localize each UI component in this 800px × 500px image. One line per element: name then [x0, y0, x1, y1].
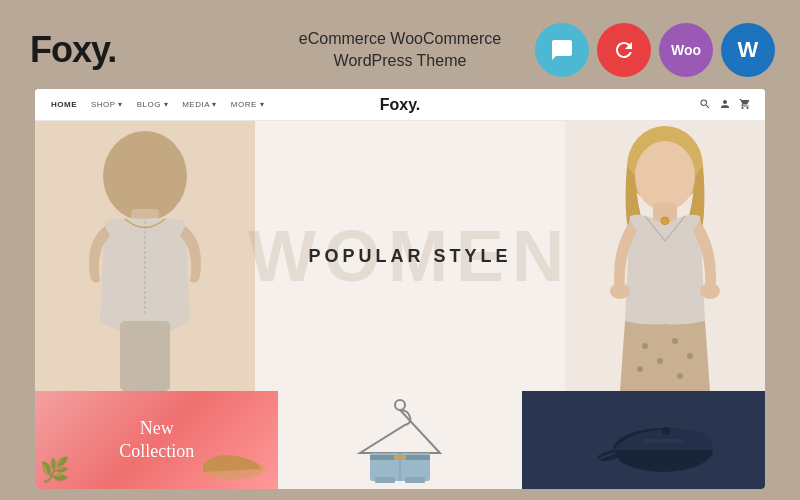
svg-rect-23	[405, 477, 425, 483]
nav-blog[interactable]: BLOG ▾	[137, 100, 168, 109]
clothing-svg	[340, 395, 460, 485]
svg-point-14	[672, 338, 678, 344]
chat-icon-circle[interactable]	[535, 23, 589, 77]
nav-shop[interactable]: SHOP ▾	[91, 100, 123, 109]
chat-icon	[550, 38, 574, 62]
subtitle-line1: eCommerce WooCommerce	[299, 28, 501, 50]
new-collection-panel: 🌿 New Collection	[35, 391, 278, 489]
hero-center: WOMEN POPULAR STYLE	[255, 121, 565, 391]
nav-logo: Foxy.	[380, 96, 421, 114]
new-collection-text: New Collection	[119, 417, 194, 464]
svg-point-28	[662, 427, 670, 435]
nav-media[interactable]: MEDIA ▾	[182, 100, 217, 109]
hero-section: WOMEN POPULAR STYLE	[35, 121, 765, 391]
svg-point-1	[103, 131, 187, 221]
hero-right-model	[565, 121, 765, 391]
woo-icon-circle[interactable]: Woo	[659, 23, 713, 77]
svg-point-19	[395, 400, 405, 410]
top-header: Foxy. eCommerce WooCommerce WordPress Th…	[0, 11, 800, 89]
icon-group: Woo W	[535, 23, 775, 77]
subtitle-line2: WordPress Theme	[299, 50, 501, 72]
svg-point-12	[642, 343, 648, 349]
bottom-row: 🌿 New Collection	[35, 391, 765, 489]
clothing-panel	[278, 391, 521, 489]
svg-point-10	[610, 283, 630, 299]
palm-leaves-icon: 🌿	[40, 456, 70, 484]
refresh-icon-circle[interactable]	[597, 23, 651, 77]
svg-rect-29	[643, 439, 683, 443]
nav-logo-text: Foxy.	[380, 96, 421, 113]
subtitle: eCommerce WooCommerce WordPress Theme	[299, 28, 501, 73]
nav-bar: HOME SHOP ▾ BLOG ▾ MEDIA ▾ MORE ▾ Foxy.	[35, 89, 765, 121]
svg-point-15	[687, 353, 693, 359]
svg-rect-22	[375, 477, 395, 483]
right-model-svg	[565, 121, 765, 391]
svg-point-17	[677, 373, 683, 379]
hat-svg	[553, 395, 733, 485]
account-icon[interactable]	[719, 98, 731, 112]
svg-point-7	[635, 141, 695, 211]
svg-point-9	[661, 217, 669, 225]
woo-label: Woo	[671, 42, 701, 58]
shoes-svg	[193, 434, 273, 484]
wordpress-label: W	[738, 37, 759, 63]
nav-items: HOME SHOP ▾ BLOG ▾ MEDIA ▾ MORE ▾	[51, 100, 264, 109]
nav-home[interactable]: HOME	[51, 100, 77, 109]
svg-point-16	[637, 366, 643, 372]
popular-style-headline: POPULAR STYLE	[308, 246, 511, 267]
cart-icon[interactable]	[739, 98, 751, 112]
new-collection-line2: Collection	[119, 440, 194, 463]
svg-point-13	[657, 358, 663, 364]
brand-logo: Foxy.	[30, 29, 116, 71]
accessories-panel	[522, 391, 765, 489]
svg-point-11	[700, 283, 720, 299]
search-icon[interactable]	[699, 98, 711, 112]
main-card: HOME SHOP ▾ BLOG ▾ MEDIA ▾ MORE ▾ Foxy.	[35, 89, 765, 489]
svg-rect-4	[120, 321, 170, 391]
svg-rect-25	[394, 455, 406, 460]
logo-text: Foxy.	[30, 29, 116, 70]
nav-more[interactable]: MORE ▾	[231, 100, 264, 109]
left-model-svg	[35, 121, 255, 391]
wordpress-icon-circle[interactable]: W	[721, 23, 775, 77]
refresh-icon	[612, 38, 636, 62]
hero-left-model	[35, 121, 255, 391]
new-collection-line1: New	[119, 417, 194, 440]
nav-icons	[699, 98, 751, 112]
